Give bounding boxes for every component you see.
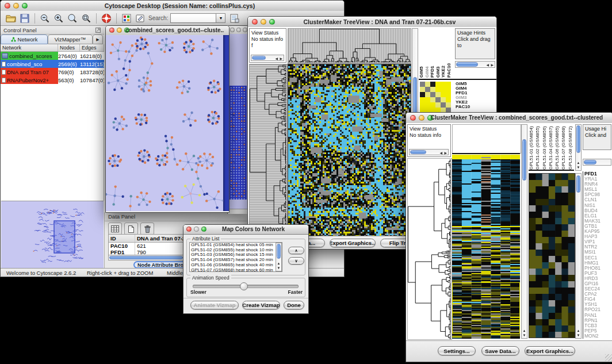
scroll-left-arrow[interactable]: ◀ <box>275 56 278 62</box>
move-down-button[interactable]: ∨ <box>288 257 304 265</box>
minimize-button[interactable] <box>194 227 199 232</box>
tab-network[interactable]: Network <box>1 35 48 44</box>
scroll-down-arrow[interactable]: ▼ <box>522 334 527 338</box>
report-button[interactable] <box>228 12 242 25</box>
close-button[interactable] <box>252 19 258 25</box>
network-list-row[interactable]: combined_scores 2764(0) 16218(0) <box>1 52 104 60</box>
column-label[interactable]: GPL51-07 (GSM868) <box>561 124 567 170</box>
scroll-down-arrow[interactable]: ▼ <box>576 166 581 170</box>
dialog-titlebar[interactable]: Map Colors to Network <box>183 225 308 235</box>
scroll-up-arrow[interactable]: ▲ <box>576 329 581 333</box>
heatmap-combined-vscrollbar[interactable]: ▲ ▼ <box>521 124 527 339</box>
save-data-button[interactable]: Save Data... <box>481 346 519 355</box>
scroll-left-arrow[interactable]: ◀ <box>439 150 442 156</box>
view-status-hscrollbar[interactable]: ◀ ▶ <box>251 55 284 61</box>
treeview-dna-titlebar[interactable]: ClusterMaker TreeView : DNA and Tran 07-… <box>248 17 496 28</box>
gene-label[interactable]: YRA1 <box>584 177 612 182</box>
gene-label[interactable]: CLN1 <box>584 197 612 202</box>
new-attribute-button[interactable] <box>124 223 138 235</box>
network-list-row[interactable]: DNA and Tran 07 769(0) 183728(0) <box>1 68 104 76</box>
help-button[interactable] <box>100 12 113 25</box>
scrollbar-thumb[interactable] <box>252 56 266 60</box>
detail-hscrollbar-dna[interactable]: ◀ ▶ <box>455 61 495 68</box>
gene-label[interactable]: FIG4 <box>584 297 612 302</box>
save-session-button[interactable] <box>18 12 32 25</box>
gene-label[interactable]: YKE2 <box>456 100 495 105</box>
search-input[interactable] <box>170 13 216 23</box>
zoom-in-button[interactable] <box>52 12 66 25</box>
column-label[interactable]: GPL51-08 (GSM872) <box>568 124 574 170</box>
col-edges[interactable]: Edges <box>80 44 104 51</box>
close-button[interactable] <box>5 3 10 9</box>
detail-heatmap-scrollbar[interactable]: ▲ ▼ <box>575 173 582 339</box>
treeview-combined-titlebar[interactable]: ClusterMaker TreeView : combined_scores_… <box>406 113 612 124</box>
heatmap-combined[interactable] <box>452 155 520 339</box>
search-dropdown-button[interactable]: ▼ <box>216 13 225 23</box>
gene-label[interactable]: NTR2 <box>584 244 612 250</box>
gene-label[interactable]: HRD3 <box>584 276 612 281</box>
gene-label[interactable]: RNR4 <box>584 182 612 187</box>
column-label[interactable]: PFD1 <box>430 28 435 78</box>
gene-label[interactable]: ELG1 <box>584 213 612 219</box>
tab-overflow-button[interactable]: ▶ <box>93 35 103 44</box>
gene-label[interactable]: GIM4 <box>456 86 495 91</box>
column-label[interactable]: GIM5 <box>419 28 424 78</box>
gene-label[interactable]: PEP5 <box>584 328 612 334</box>
scrollbar-thumb[interactable] <box>109 256 183 259</box>
scrollbar-thumb[interactable] <box>584 160 596 164</box>
birdseye-view-canvas[interactable] <box>1 201 102 267</box>
zoom-selected-button[interactable] <box>79 12 93 25</box>
settings-button[interactable]: Settings... <box>438 346 476 355</box>
done-button[interactable]: Done <box>284 301 304 309</box>
gene-label[interactable]: SEC1 <box>584 255 612 260</box>
minimize-button[interactable] <box>419 115 424 121</box>
minimize-button[interactable] <box>117 28 122 33</box>
gene-label[interactable]: GIM3 <box>456 95 495 100</box>
annotation-button[interactable] <box>133 12 147 25</box>
network-view-titlebar[interactable]: combined_scores_good.txt--cluste... <box>106 26 229 36</box>
scroll-up-arrow[interactable]: ▲ <box>276 262 281 266</box>
column-label[interactable]: GPL51-04 (GSM857) <box>548 124 554 170</box>
column-label[interactable]: GIM4 <box>424 28 430 78</box>
select-attributes-button[interactable] <box>108 223 122 235</box>
open-session-button[interactable] <box>4 12 18 25</box>
scrollbar-thumb[interactable] <box>576 125 580 153</box>
gene-label[interactable]: BUD4 <box>584 208 612 213</box>
attribute-list-item[interactable]: GPL51-07 (GSM868) heat shock 60 min <box>190 268 282 272</box>
zoom-button[interactable] <box>243 28 247 32</box>
gene-label[interactable]: GTB1 <box>584 224 612 229</box>
tab-vizmapper[interactable]: VizMapper™ <box>48 35 93 44</box>
close-button[interactable] <box>109 28 114 33</box>
label-panel-scrollbar[interactable]: ▲ ▼ <box>575 124 582 171</box>
close-button[interactable] <box>186 227 192 232</box>
gene-label[interactable]: VIP1 <box>584 239 612 244</box>
zoom-fit-button[interactable] <box>66 12 79 25</box>
dense-network-block[interactable] <box>230 86 247 200</box>
move-up-button[interactable]: ∧ <box>288 247 304 254</box>
row-dendrogram-combined[interactable] <box>407 158 452 340</box>
close-button[interactable] <box>410 115 416 121</box>
export-graphics-button[interactable]: Export Graphics... <box>525 346 575 355</box>
scrollbar-thumb[interactable] <box>456 62 478 67</box>
column-label[interactable]: GIM3 <box>435 28 441 78</box>
zoom-out-button[interactable] <box>38 12 52 25</box>
minimize-button[interactable] <box>236 28 241 32</box>
float-panel-icon[interactable] <box>95 28 101 33</box>
gene-label[interactable]: SEC24 <box>584 286 612 292</box>
gene-label[interactable]: PHO81 <box>584 266 612 271</box>
gene-label[interactable]: GPI16 <box>584 281 612 286</box>
create-vizmap-button[interactable]: Create Vizmap <box>242 301 280 309</box>
gene-label[interactable]: NIS1 <box>584 203 612 208</box>
scroll-right-arrow[interactable]: ▶ <box>491 63 494 67</box>
column-label[interactable]: GPL51-01 (GSM854) <box>529 124 535 170</box>
col-id[interactable]: ID <box>109 235 135 242</box>
minimize-button[interactable] <box>13 3 19 9</box>
scrollbar-thumb[interactable] <box>277 244 281 259</box>
column-label[interactable]: YKE2 <box>441 28 446 78</box>
animate-vizmap-button[interactable]: Animate Vizmap <box>190 301 239 309</box>
column-label[interactable]: GPL51-06 (GSM865) <box>554 124 561 170</box>
slider-thumb[interactable] <box>240 282 248 290</box>
column-label[interactable]: GPL51-02 (GSM855) <box>535 124 541 170</box>
gene-label[interactable]: RPO21 <box>584 307 612 312</box>
gene-label[interactable]: SPC98 <box>584 192 612 197</box>
